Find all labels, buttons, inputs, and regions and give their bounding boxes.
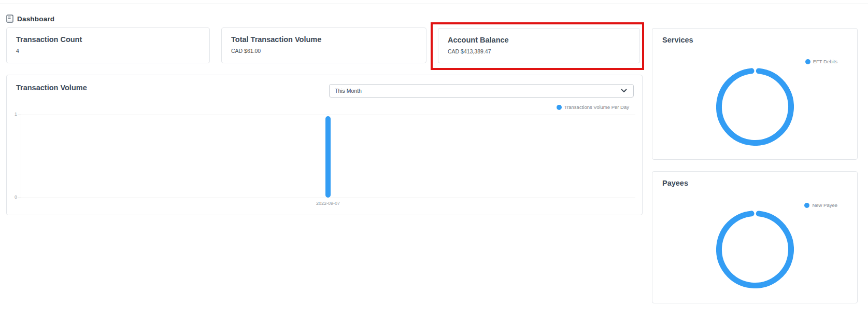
stat-card-value: CAD $61.00 [231, 48, 261, 54]
red-annotation-box: Account Balance CAD $413,389.47 [431, 22, 644, 70]
y-axis-tick-label: 0 [7, 194, 17, 200]
legend-dot-icon [557, 105, 562, 110]
payees-card: Payees New Payee [652, 171, 858, 303]
stat-card-transaction-count: Transaction Count 4 [6, 27, 210, 63]
period-select-value: This Month [335, 88, 621, 94]
donut-ring [716, 211, 794, 288]
x-axis-line [21, 198, 635, 198]
y-axis-line [21, 115, 21, 198]
dashboard-page: Dashboard Transaction Count 4 Total Tran… [0, 0, 868, 320]
page-header: Dashboard [6, 15, 54, 23]
services-card: Services EFT Debits [652, 28, 858, 160]
y-axis-tick-label: 1 [7, 112, 17, 117]
legend-label: EFT Debits [813, 59, 837, 64]
services-donut-chart[interactable] [716, 68, 794, 146]
stat-card-title: Account Balance [448, 36, 509, 44]
legend-dot-icon [805, 59, 810, 64]
legend-label: New Payee [812, 202, 837, 208]
payees-title: Payees [662, 179, 688, 187]
services-legend[interactable]: EFT Debits [805, 59, 837, 64]
services-title: Services [662, 36, 693, 44]
stat-card-value: CAD $413,389.47 [448, 48, 491, 54]
volume-card-title: Transaction Volume [16, 84, 87, 92]
legend-label: Transactions Volume Per Day [564, 104, 629, 110]
x-axis-label: 2022-09-07 [302, 201, 354, 206]
stat-card-value: 4 [16, 48, 19, 54]
transaction-volume-card: Transaction Volume This Month Transactio… [6, 75, 643, 215]
top-divider [0, 4, 868, 4]
volume-bar[interactable] [325, 116, 331, 198]
legend-dot-icon [804, 203, 809, 208]
volume-chart-legend[interactable]: Transactions Volume Per Day [557, 104, 629, 110]
gridline [21, 115, 635, 115]
stat-card-total-volume: Total Transaction Volume CAD $61.00 [221, 27, 426, 63]
stat-card-account-balance: Account Balance CAD $413,389.47 [438, 28, 640, 63]
stat-card-title: Total Transaction Volume [231, 35, 321, 44]
journal-icon [6, 15, 13, 23]
payees-legend[interactable]: New Payee [804, 202, 837, 208]
chevron-down-icon [621, 89, 627, 93]
stat-card-title: Transaction Count [16, 35, 82, 44]
period-select[interactable]: This Month [329, 84, 634, 98]
donut-ring [716, 68, 794, 146]
page-title: Dashboard [17, 15, 54, 23]
payees-donut-chart[interactable] [716, 211, 794, 288]
